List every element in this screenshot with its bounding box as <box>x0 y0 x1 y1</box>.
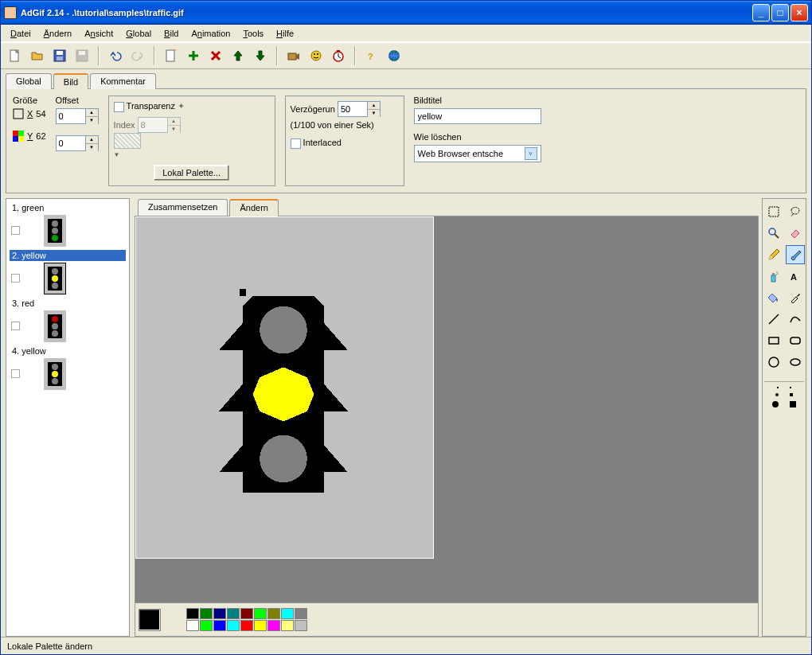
brush-size-1-sq[interactable] <box>790 387 791 388</box>
disposal-combo[interactable]: Web Browser entschev <box>414 145 541 162</box>
frame-item-4[interactable]: 4. yellow <box>10 345 126 390</box>
tab-global[interactable]: Global <box>6 73 52 89</box>
zoom-icon[interactable] <box>764 224 783 243</box>
color-swatch[interactable] <box>200 620 213 631</box>
spray-icon[interactable] <box>764 267 783 286</box>
brush-size-1[interactable] <box>777 387 779 388</box>
menu-tools[interactable]: Tools <box>236 27 270 40</box>
interlaced-checkbox[interactable]: Interlaced <box>291 138 342 147</box>
frame-item-3[interactable]: 3. red <box>10 298 126 342</box>
minimize-button[interactable]: _ <box>752 4 770 21</box>
offset-x-spinner[interactable]: ▲▼ <box>56 108 99 124</box>
frame-thumbnail[interactable] <box>44 215 66 247</box>
color-swatch[interactable] <box>254 608 267 619</box>
spin-up-icon[interactable]: ▲ <box>368 102 380 110</box>
new-icon[interactable] <box>6 46 25 65</box>
open-icon[interactable] <box>28 46 47 65</box>
spin-down-icon[interactable]: ▼ <box>86 144 98 151</box>
color-swatch[interactable] <box>295 620 307 631</box>
color-swatch[interactable] <box>267 620 280 631</box>
delete-icon[interactable] <box>206 46 225 65</box>
brush-size-2[interactable] <box>775 393 779 396</box>
select-rect-icon[interactable] <box>764 202 783 221</box>
color-swatch[interactable] <box>295 608 307 619</box>
offset-y-spinner[interactable]: ▲▼ <box>56 135 99 151</box>
delay-spinner[interactable]: ▲▼ <box>338 101 381 117</box>
text-icon[interactable]: A <box>786 267 805 286</box>
frame-checkbox[interactable] <box>11 274 20 283</box>
tab-zusammensetzen[interactable]: Zusammensetzen <box>138 199 228 216</box>
offset-y-input[interactable] <box>57 136 85 150</box>
fill-icon[interactable] <box>764 288 783 307</box>
current-color-swatch[interactable] <box>139 609 161 631</box>
color-swatch[interactable] <box>227 620 240 631</box>
tab-kommentar[interactable]: Kommentar <box>90 73 156 89</box>
maximize-button[interactable]: □ <box>771 4 789 21</box>
delay-input[interactable] <box>338 102 367 116</box>
frame-checkbox[interactable] <box>11 322 20 330</box>
frame-list[interactable]: 1. green 2. yellow 3. red 4. yellow <box>6 198 130 637</box>
frame-item-1[interactable]: 1. green <box>10 202 126 247</box>
transparent-swatch[interactable] <box>114 133 141 149</box>
menu-hilfe[interactable]: Hilfe <box>270 27 300 40</box>
offset-x-input[interactable] <box>57 109 85 123</box>
color-swatch[interactable] <box>281 620 294 631</box>
frame-thumbnail[interactable] <box>44 358 66 390</box>
save-icon[interactable] <box>50 46 69 65</box>
color-swatch[interactable] <box>240 620 253 631</box>
web-icon[interactable] <box>385 46 404 65</box>
eyedropper-icon[interactable] <box>786 288 805 307</box>
transparenz-checkbox[interactable]: Transparenz <box>114 101 175 111</box>
color-swatch[interactable] <box>227 608 240 619</box>
lokal-palette-button[interactable]: Lokal Palette... <box>154 165 229 181</box>
spin-down-icon[interactable]: ▼ <box>86 117 98 124</box>
rect-icon[interactable] <box>764 331 783 350</box>
spin-down-icon[interactable]: ▼ <box>368 110 380 117</box>
brush-size-2-sq[interactable] <box>790 393 793 396</box>
pencil-icon[interactable] <box>764 245 783 264</box>
color-swatch[interactable] <box>186 620 199 631</box>
menu-global[interactable]: Global <box>119 27 158 40</box>
color-swatch[interactable] <box>281 608 294 619</box>
undo-icon[interactable] <box>106 46 125 65</box>
color-swatch[interactable] <box>267 608 280 619</box>
color-swatch[interactable] <box>240 608 253 619</box>
chevron-down-icon[interactable]: v <box>525 147 537 160</box>
help-icon[interactable]: ? <box>362 46 381 65</box>
close-button[interactable]: × <box>791 4 808 21</box>
frame-thumbnail[interactable] <box>44 263 66 294</box>
tab-bild[interactable]: Bild <box>53 73 88 89</box>
move-down-icon[interactable] <box>251 46 270 65</box>
brush-size-3[interactable] <box>772 401 779 407</box>
eraser-icon[interactable] <box>786 224 805 243</box>
camera-icon[interactable] <box>284 46 303 65</box>
spin-up-icon[interactable]: ▲ <box>86 109 98 117</box>
menu-bild[interactable]: Bild <box>158 27 185 40</box>
color-swatch[interactable] <box>213 608 226 619</box>
lasso-icon[interactable] <box>786 202 805 221</box>
brush-icon[interactable] <box>786 245 805 264</box>
move-up-icon[interactable] <box>228 46 248 65</box>
brush-size-3-sq[interactable] <box>790 401 796 407</box>
menu-aendern[interactable]: Ändern <box>37 27 78 40</box>
color-swatch[interactable] <box>186 608 199 619</box>
preview-icon[interactable] <box>306 46 326 65</box>
menu-datei[interactable]: Datei <box>4 27 37 40</box>
menu-animation[interactable]: Animation <box>185 27 236 40</box>
canvas[interactable] <box>135 216 434 559</box>
rounded-rect-icon[interactable] <box>786 331 805 350</box>
add-icon[interactable] <box>184 46 203 65</box>
spin-up-icon[interactable]: ▲ <box>86 136 98 144</box>
new-frame-icon[interactable]: * <box>162 46 181 65</box>
frame-item-2[interactable]: 2. yellow <box>10 250 126 294</box>
frame-thumbnail[interactable] <box>44 310 66 342</box>
curve-icon[interactable] <box>786 310 805 329</box>
color-swatch[interactable] <box>213 620 226 631</box>
ellipse-icon[interactable] <box>786 353 805 372</box>
frame-checkbox[interactable] <box>11 226 20 235</box>
timer-icon[interactable] <box>329 46 348 65</box>
tab-aendern[interactable]: Ändern <box>229 199 278 216</box>
line-icon[interactable] <box>764 310 783 329</box>
frame-checkbox[interactable] <box>11 369 20 378</box>
circle-icon[interactable] <box>764 353 783 372</box>
